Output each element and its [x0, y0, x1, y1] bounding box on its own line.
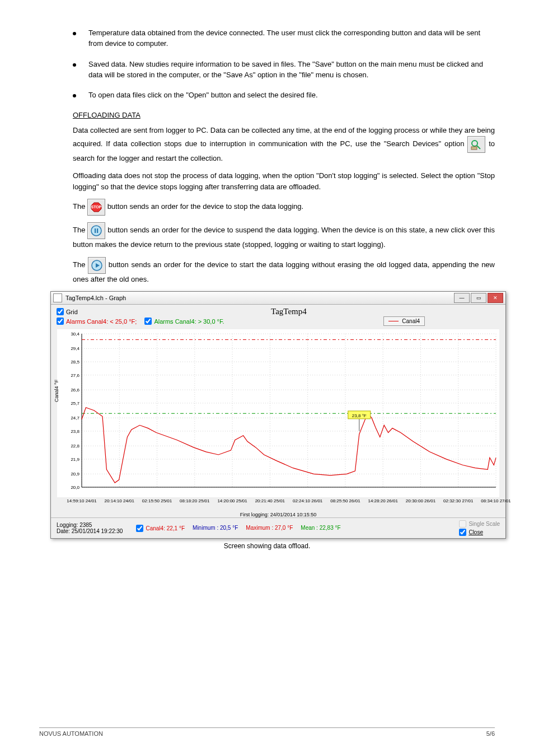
stat-min: Minimum : 20,5 °F [193, 525, 238, 532]
svg-text:28,5: 28,5 [71, 360, 79, 365]
svg-text:21,9: 21,9 [71, 457, 79, 462]
bullet-item: To open data files click on the "Open" b… [73, 90, 495, 101]
svg-text:20,9: 20,9 [71, 472, 79, 477]
svg-rect-2 [471, 147, 477, 150]
grid-checkbox[interactable]: Grid [57, 308, 78, 315]
chart-toprow: Grid TagTemp4 [51, 305, 505, 316]
bullet-dot [73, 32, 76, 35]
window-titlebar[interactable]: TagTemp4.lch - Graph — ▭ ✕ [51, 292, 505, 305]
text: The [73, 226, 87, 235]
svg-text:30,4: 30,4 [71, 332, 79, 337]
stat-max: Maximum : 27,0 °F [246, 525, 293, 532]
figure-caption: Screen showing data offload. [39, 542, 495, 550]
bullet-text: To open data files click on the "Open" b… [88, 90, 318, 101]
app-icon [53, 293, 62, 302]
section-heading: OFFLOADING DATA [73, 111, 495, 119]
paragraph-4: The button sends an order for the device… [73, 222, 495, 250]
bullet-item: Saved data. New studies require informat… [73, 59, 495, 81]
status-logging: Logging: 2385 [57, 522, 123, 528]
y-axis-label: Canal4 °F [54, 380, 59, 402]
svg-text:24,7: 24,7 [71, 416, 79, 421]
close-checkbox[interactable]: Close [459, 529, 500, 536]
page-footer: NOVUS AUTOMATION 5/6 [39, 727, 495, 737]
footer-page: 5/6 [486, 730, 495, 737]
paragraph-2: Offloading data does not stop the proces… [73, 170, 495, 192]
text: Data collected are sent from logger to P… [73, 126, 495, 148]
close-button[interactable]: ✕ [488, 293, 503, 303]
play-icon[interactable] [88, 257, 106, 274]
svg-text:22,8: 22,8 [71, 444, 79, 449]
text: The [73, 203, 87, 211]
svg-text:20,0: 20,0 [71, 485, 79, 490]
bullet-text: Saved data. New studies require informat… [88, 59, 495, 81]
svg-text:STOP: STOP [91, 205, 102, 209]
bullet-dot [73, 94, 76, 97]
svg-point-5 [91, 226, 101, 236]
text: button sends an order for the device to … [107, 203, 304, 211]
x-axis-ticks: 14:59:10 24/0120:14:10 24/0102:15:50 25/… [57, 498, 499, 513]
footer-left: NOVUS AUTOMATION [39, 730, 103, 737]
bullet-item: Temperature data obtained from the devic… [73, 28, 495, 49]
text: The [73, 260, 88, 269]
graph-window: TagTemp4.lch - Graph — ▭ ✕ Grid TagTemp4… [50, 291, 506, 539]
paragraph-1: Data collected are sent from logger to P… [73, 125, 495, 164]
status-date: Date: 25/01/2014 19:22:30 [57, 528, 123, 534]
paragraph-3: The STOP button sends an order for the d… [73, 199, 495, 216]
svg-text:26,6: 26,6 [71, 388, 79, 393]
window-title: TagTemp4.lch - Graph [65, 295, 126, 301]
chart-title: TagTemp4 [86, 307, 492, 316]
stat-canal-checkbox[interactable]: Canal4: 22,1 °F [136, 525, 185, 532]
svg-rect-7 [97, 228, 98, 233]
single-scale-checkbox[interactable]: Single Scale [459, 520, 500, 528]
svg-text:29,4: 29,4 [71, 347, 79, 352]
text: button sends an order for the device to … [73, 226, 495, 249]
legend: Canal4 [383, 316, 425, 326]
alarm-high-checkbox[interactable]: Alarms Canal4: > 30,0 °F. [144, 318, 224, 325]
svg-line-1 [477, 146, 480, 149]
svg-point-0 [472, 141, 477, 146]
bullet-dot [73, 63, 76, 67]
chart-plot[interactable]: Canal4 °F 30,429,428,527,626,625,724,723… [57, 329, 499, 497]
bullet-text: Temperature data obtained from the devic… [88, 28, 495, 49]
svg-text:25,7: 25,7 [71, 401, 79, 406]
svg-text:23,8: 23,8 [71, 429, 79, 434]
svg-rect-6 [95, 228, 96, 233]
text: button sends an order for the device to … [73, 260, 495, 283]
svg-text:23,8 °F: 23,8 °F [352, 413, 367, 418]
paragraph-5: The button sends an order for the device… [73, 257, 495, 285]
pause-icon[interactable] [87, 222, 105, 239]
search-devices-icon[interactable] [467, 136, 485, 153]
svg-text:27,6: 27,6 [71, 373, 79, 378]
stat-mean: Mean : 22,83 °F [301, 525, 340, 532]
chart-alarmrow: Alarms Canal4: < 25,0 °F; Alarms Canal4:… [51, 316, 505, 326]
status-bar: Logging: 2385 Date: 25/01/2014 19:22:30 … [51, 517, 505, 538]
stop-icon[interactable]: STOP [87, 199, 105, 216]
alarm-low-checkbox[interactable]: Alarms Canal4: < 25,0 °F; [57, 318, 137, 325]
maximize-button[interactable]: ▭ [471, 293, 486, 303]
minimize-button[interactable]: — [454, 293, 470, 303]
